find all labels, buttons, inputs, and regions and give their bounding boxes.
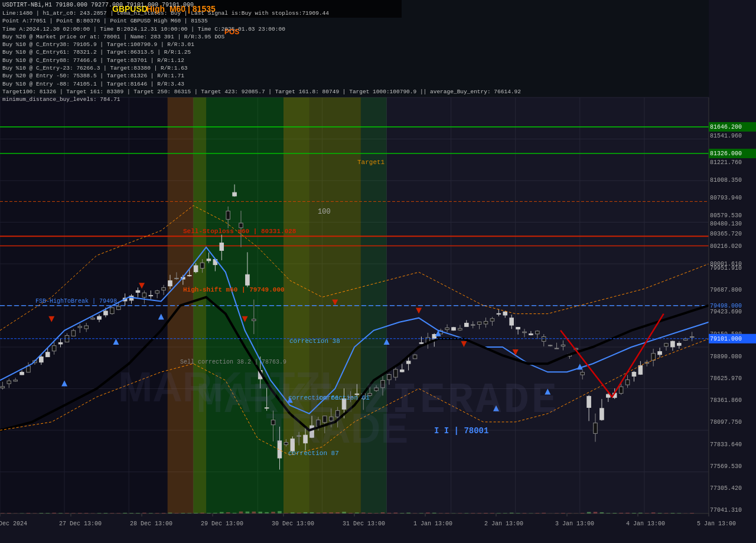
header-line11: Buy %10 @ Entry -88: 74105.1 | Target:81… xyxy=(2,80,706,88)
header-line12: Target100: 81326 | Target 161: 83389 | T… xyxy=(2,88,706,96)
header-line1: USDTIRT-NBi,H1 79180.000 79277.000 79101… xyxy=(2,1,706,9)
header-info: USDTIRT-NBi,H1 79180.000 79277.000 79101… xyxy=(0,0,709,94)
chart-container: USDTIRT-NBi,H1 79180.000 79277.000 79101… xyxy=(0,0,756,543)
header-line6: Buy %10 @ C_Entry38: 79105.9 | Target:10… xyxy=(2,41,706,48)
header-line10: Buy %20 @ Entry -50: 75388.5 | Target:81… xyxy=(2,72,706,80)
header-line7: Buy %10 @ C_Entry61: 78321.2 | Target:86… xyxy=(2,48,706,56)
header-line8: Buy %10 @ C_Entry88: 77466.6 | Target:83… xyxy=(2,57,706,64)
header-line13: minimum_distance_buy_levels: 784.71 xyxy=(2,96,706,103)
header-line9: Buy %10 @ C_Entry-23: 76266.3 | Target:8… xyxy=(2,64,706,72)
header-line4: Time A:2024.12.30 02:00:00 | Time B:2024… xyxy=(2,25,706,33)
header-line3: Point A:77051 | Point B:80376 | Point GB… xyxy=(2,17,706,25)
header-line5: Buy %20 @ Market price or at: 78001 | Na… xyxy=(2,33,706,41)
header-line2: Line:1480 | h1_atr_c0: 243.2857 | tema_h… xyxy=(2,9,706,17)
